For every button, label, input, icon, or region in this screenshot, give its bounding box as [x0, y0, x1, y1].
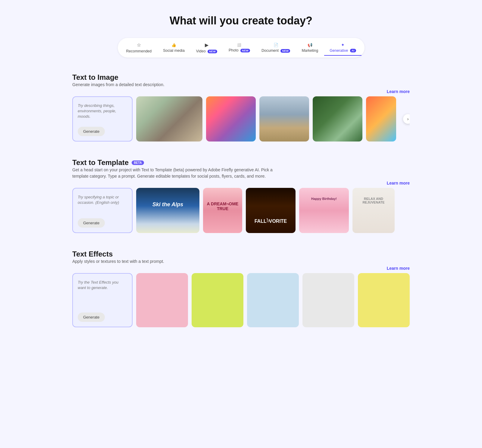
tab-generative-label: Generative AI: [330, 48, 356, 53]
tab-video[interactable]: Video NEW: [191, 40, 223, 56]
text-effects-input[interactable]: [78, 280, 127, 309]
learn-more-te[interactable]: Learn more: [387, 266, 410, 271]
section-title-group-ttt: Text to Template BETA Get a head start o…: [72, 158, 277, 185]
tti-sample-2[interactable]: [206, 96, 256, 142]
video-icon: [205, 42, 208, 48]
ttt-sample-birthday[interactable]: [299, 188, 349, 233]
section-header-tti: Text to Image Generate images from a det…: [72, 73, 410, 94]
tti-sample-5[interactable]: [366, 96, 396, 142]
tab-photo[interactable]: Photo NEW: [223, 41, 255, 55]
learn-more-ttt[interactable]: Learn more: [387, 181, 410, 185]
ttt-sample-fall[interactable]: [246, 188, 296, 233]
tab-generative[interactable]: Generative AI: [324, 40, 361, 56]
tti-sample-3[interactable]: [259, 96, 309, 142]
megaphone-icon: [308, 43, 312, 47]
doc-icon: [274, 43, 278, 47]
te-sample-g[interactable]: [247, 273, 299, 327]
photo-badge: NEW: [240, 49, 250, 52]
text-to-template-section: Text to Template BETA Get a head start o…: [72, 158, 410, 233]
text-to-template-input[interactable]: [78, 194, 127, 215]
section-header-ttt: Text to Template BETA Get a head start o…: [72, 158, 410, 185]
te-sample-s[interactable]: [358, 273, 410, 327]
text-effects-desc: Apply styles or textures to text with a …: [72, 258, 164, 265]
learn-more-tti[interactable]: Learn more: [387, 89, 410, 94]
page-wrapper: What will you create today? Recommended …: [60, 0, 422, 362]
text-to-image-generate-btn[interactable]: Generate: [78, 127, 105, 136]
text-to-image-desc: Generate images from a detailed text des…: [72, 82, 164, 88]
text-to-image-card-row: Generate ›: [72, 96, 410, 142]
text-to-template-input-card: Generate: [72, 188, 133, 233]
tab-video-label: Video NEW: [196, 49, 217, 53]
text-effects-card-row: Generate: [72, 273, 410, 327]
text-to-image-section: Text to Image Generate images from a det…: [72, 73, 410, 142]
tab-document[interactable]: Document NEW: [256, 40, 296, 55]
section-title-group-te: Text Effects Apply styles or textures to…: [72, 250, 164, 271]
ai-badge: AI: [350, 49, 356, 52]
text-to-template-card-row: Generate: [72, 188, 410, 233]
tti-sample-4[interactable]: [313, 96, 362, 142]
text-effects-input-card: Generate: [72, 273, 133, 327]
te-sample-r[interactable]: [136, 273, 188, 327]
tti-next-arrow[interactable]: ›: [403, 114, 410, 124]
text-effects-section: Text Effects Apply styles or textures to…: [72, 250, 410, 327]
video-badge: NEW: [208, 50, 217, 53]
photo-icon: [237, 43, 241, 47]
page-title: What will you create today?: [72, 14, 410, 27]
text-to-image-title: Text to Image: [72, 73, 164, 82]
tab-marketing[interactable]: Marketing: [296, 40, 324, 55]
tab-recommended[interactable]: Recommended: [121, 40, 157, 56]
section-title-group-tti: Text to Image Generate images from a det…: [72, 73, 164, 94]
tab-marketing-label: Marketing: [302, 48, 318, 53]
beta-badge: BETA: [132, 160, 144, 165]
nav-bar: Recommended Social media Video NEW Photo…: [72, 38, 410, 58]
text-to-template-generate-btn[interactable]: Generate: [78, 218, 105, 228]
te-sample-p[interactable]: [192, 273, 243, 327]
section-header-te: Text Effects Apply styles or textures to…: [72, 250, 410, 271]
doc-badge: NEW: [280, 49, 290, 53]
nav-tabs: Recommended Social media Video NEW Photo…: [118, 38, 365, 58]
tti-sample-1[interactable]: [136, 96, 202, 142]
thumb-icon: [171, 43, 176, 47]
text-to-image-input[interactable]: [78, 103, 127, 123]
tab-photo-label: Photo NEW: [229, 48, 250, 52]
sparkle-icon: [341, 42, 345, 47]
te-sample-w[interactable]: [302, 273, 354, 327]
text-to-template-title: Text to Template BETA: [72, 158, 277, 167]
ttt-sample-relax[interactable]: [352, 188, 395, 233]
tab-recommended-label: Recommended: [126, 49, 152, 53]
star-icon: [137, 42, 141, 48]
tab-social-media[interactable]: Social media: [158, 40, 190, 55]
text-effects-generate-btn[interactable]: Generate: [78, 313, 105, 322]
tab-document-label: Document NEW: [261, 48, 290, 53]
text-to-template-desc: Get a head start on your project with Te…: [72, 167, 277, 179]
ttt-sample-dream[interactable]: [203, 188, 242, 233]
text-to-image-input-card: Generate: [72, 96, 133, 142]
ttt-sample-ski[interactable]: [136, 188, 199, 233]
tab-social-label: Social media: [163, 48, 185, 53]
text-effects-title: Text Effects: [72, 250, 164, 258]
